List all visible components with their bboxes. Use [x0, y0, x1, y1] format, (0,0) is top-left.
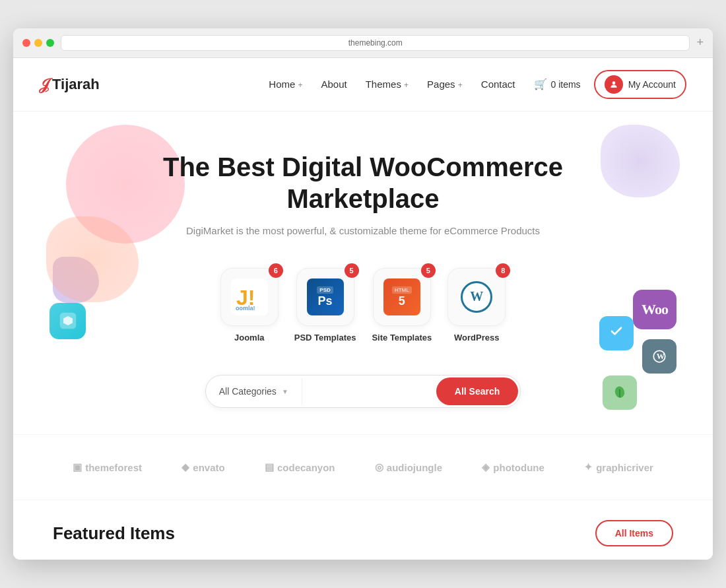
- navbar: 𝒥 Tijarah Home + About Themes + Pages + …: [13, 58, 713, 112]
- psd-icon-wrap: PSD Ps 5: [296, 268, 354, 326]
- wordpress-label: WordPress: [454, 333, 499, 344]
- themeforest-icon: ▣: [73, 461, 82, 473]
- partner-audiojungle[interactable]: ◎ audiojungle: [375, 461, 442, 473]
- envato-icon: ◆: [182, 461, 189, 473]
- nav-item-pages[interactable]: Pages +: [427, 79, 463, 90]
- cart-icon: 🛒: [534, 78, 547, 90]
- svg-text:W: W: [657, 352, 665, 361]
- minimize-button[interactable]: [34, 39, 42, 47]
- search-bar: All Categories ▼ All Search: [40, 375, 686, 408]
- featured-section: Featured Items All Items: [13, 500, 713, 560]
- nav-item-themes[interactable]: Themes +: [366, 79, 409, 90]
- wordpress-badge: 8: [496, 263, 510, 278]
- wp-circle: W: [461, 281, 492, 313]
- avatar: [605, 75, 623, 94]
- joomla-label: Joomla: [234, 333, 265, 344]
- hero-section: Woo W: [13, 112, 713, 435]
- site-templates-label: Site Templates: [372, 333, 432, 344]
- page-content: 𝒥 Tijarah Home + About Themes + Pages + …: [13, 58, 713, 560]
- partners-section: ▣ themeforest ◆ envato ▤ codecanyon ◎ au…: [13, 434, 713, 500]
- partner-envato[interactable]: ◆ envato: [182, 461, 224, 473]
- site-templates-icon-wrap: HTML 5 5: [373, 268, 431, 326]
- codecanyon-icon: ▤: [265, 461, 274, 473]
- photodune-label: photodune: [493, 462, 544, 473]
- html5-icon: HTML 5: [383, 278, 420, 315]
- themeforest-label: themeforest: [85, 462, 142, 473]
- codecanyon-label: codecanyon: [277, 462, 335, 473]
- wordpress-icon: W: [458, 278, 495, 315]
- browser-chrome: themebing.com +: [13, 28, 713, 58]
- logo-icon: 𝒥: [40, 75, 48, 94]
- category-wordpress[interactable]: W 8 WordPress: [447, 268, 506, 344]
- partner-graphicriver[interactable]: ✦ graphicriver: [584, 461, 653, 473]
- partner-codecanyon[interactable]: ▤ codecanyon: [265, 461, 335, 473]
- wordpress-icon-wrap: W 8: [447, 268, 506, 326]
- psd-label: PSD Templates: [294, 333, 356, 344]
- hero-title: The Best Digital WooCommerce Marketplace: [40, 151, 686, 214]
- psd-icon: PSD Ps: [307, 278, 344, 315]
- nav-item-contact[interactable]: Contact: [481, 79, 515, 90]
- category-joomla[interactable]: J! oomla! 6 Joomla: [220, 268, 279, 344]
- logo-text: Tijarah: [52, 76, 100, 93]
- cart-count: 0 items: [551, 79, 581, 90]
- logo[interactable]: 𝒥 Tijarah: [40, 75, 100, 94]
- close-button[interactable]: [22, 39, 30, 47]
- address-bar[interactable]: themebing.com: [61, 35, 690, 51]
- category-icons: J! oomla! 6 Joomla PSD Ps: [40, 268, 686, 344]
- svg-point-0: [612, 81, 615, 84]
- search-container: All Categories ▼ All Search: [205, 375, 521, 408]
- graphicriver-label: graphicriver: [596, 462, 653, 473]
- hero-subtitle: DigiMarket is the most powerful, & custo…: [40, 225, 686, 236]
- nav-item-about[interactable]: About: [321, 79, 347, 90]
- psd-badge: 5: [345, 263, 359, 278]
- audiojungle-icon: ◎: [375, 461, 383, 473]
- nav-links: Home + About Themes + Pages + Contact: [269, 79, 515, 90]
- category-selected: All Categories: [219, 386, 277, 397]
- chevron-down-icon: ▼: [282, 388, 288, 395]
- photodune-icon: ◈: [482, 461, 490, 473]
- featured-title: Featured Items: [53, 523, 175, 544]
- partner-photodune[interactable]: ◈ photodune: [482, 461, 544, 473]
- account-button[interactable]: My Account: [594, 70, 686, 99]
- floating-wp-icon: W: [642, 339, 676, 374]
- search-button[interactable]: All Search: [436, 377, 518, 405]
- envato-label: envato: [193, 462, 224, 473]
- joomla-icon: J! oomla!: [231, 278, 268, 315]
- nav-item-home[interactable]: Home +: [269, 79, 302, 90]
- svg-text:oomla!: oomla!: [236, 305, 255, 311]
- partner-themeforest[interactable]: ▣ themeforest: [73, 461, 142, 473]
- category-site-templates[interactable]: HTML 5 5 Site Templates: [372, 268, 432, 344]
- all-items-button[interactable]: All Items: [595, 520, 673, 546]
- account-label: My Account: [628, 79, 676, 90]
- category-dropdown[interactable]: All Categories ▼: [206, 378, 302, 405]
- site-templates-badge: 5: [421, 263, 436, 278]
- maximize-button[interactable]: [46, 39, 54, 47]
- joomla-icon-wrap: J! oomla! 6: [220, 268, 279, 326]
- joomla-badge: 6: [269, 263, 283, 278]
- audiojungle-label: audiojungle: [387, 462, 442, 473]
- cart-button[interactable]: 🛒 0 items: [534, 78, 581, 90]
- category-psd[interactable]: PSD Ps 5 PSD Templates: [294, 268, 356, 344]
- new-tab-button[interactable]: +: [696, 36, 704, 49]
- traffic-lights: [22, 39, 54, 47]
- search-input[interactable]: [302, 378, 434, 405]
- browser-window: themebing.com + 𝒥 Tijarah Home + About T…: [13, 28, 713, 560]
- graphicriver-icon: ✦: [584, 461, 593, 473]
